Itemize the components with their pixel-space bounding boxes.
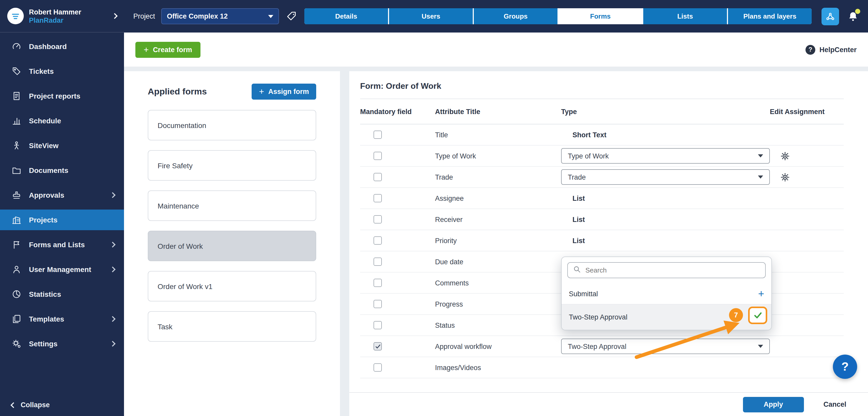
sidebar-item-forms-and-lists[interactable]: Forms and Lists (0, 234, 124, 255)
mandatory-checkbox[interactable] (374, 215, 382, 223)
table-row: Priority List (360, 230, 844, 251)
step-number-badge: 7 (729, 308, 743, 322)
mandatory-checkbox[interactable] (374, 321, 382, 329)
sidebar-item-label: Tickets (29, 67, 115, 75)
form-card-label: Fire Safety (158, 161, 192, 170)
tab-groups[interactable]: Groups (474, 8, 557, 24)
cancel-button[interactable]: Cancel (823, 401, 846, 408)
sidebar-item-documents[interactable]: Documents (0, 160, 124, 181)
project-select[interactable]: Office Complex 12 (161, 8, 279, 24)
mandatory-checkbox[interactable] (374, 363, 382, 372)
form-card-order-of-work-v1[interactable]: Order of Work v1 (148, 271, 316, 302)
search-input[interactable] (585, 266, 760, 274)
tab-plans-and-layers[interactable]: Plans and layers (728, 8, 812, 24)
mandatory-checkbox[interactable] (374, 194, 382, 202)
type-value: List (561, 237, 585, 245)
attribute-title: Assignee (435, 194, 561, 202)
popup-search-box[interactable] (567, 262, 766, 278)
notification-dot (855, 8, 860, 14)
sidebar-item-schedule[interactable]: Schedule (0, 110, 124, 131)
mandatory-checkbox[interactable] (374, 173, 382, 181)
sidebar-item-label: Projects (29, 216, 115, 224)
chevron-right-icon (110, 267, 116, 273)
collapse-button[interactable]: Collapse (11, 401, 50, 409)
applied-forms-panel: Applied forms + Assign form Documentatio… (124, 71, 340, 416)
marketplace-icon[interactable] (822, 7, 839, 25)
confirm-check-button[interactable] (748, 307, 767, 324)
sidebar-header[interactable]: Robert Hammer PlanRadar (0, 0, 124, 33)
mandatory-checkbox-checked[interactable] (374, 342, 382, 350)
chart-icon (11, 116, 23, 126)
table-row: Images/Videos (360, 357, 844, 378)
mandatory-checkbox[interactable] (374, 300, 382, 308)
tab-users[interactable]: Users (389, 8, 473, 24)
sidebar-item-tickets[interactable]: Tickets (0, 61, 124, 81)
sidebar-item-approvals[interactable]: Approvals (0, 185, 124, 205)
gear-icon[interactable] (780, 172, 790, 182)
mandatory-checkbox[interactable] (374, 131, 382, 139)
chevron-right-icon[interactable] (112, 13, 118, 19)
form-card-fire-safety[interactable]: Fire Safety (148, 150, 316, 181)
create-form-label: Create form (153, 46, 192, 54)
col-mandatory-field: Mandatory field (360, 108, 435, 115)
option-submittal[interactable]: Submittal + (562, 283, 771, 304)
topbar-right (822, 7, 859, 25)
form-card-maintenance[interactable]: Maintenance (148, 190, 316, 221)
sidebar-item-user-management[interactable]: User Management (0, 259, 124, 280)
apply-button[interactable]: Apply (743, 396, 804, 412)
help-fab-button[interactable]: ? (833, 355, 857, 379)
tab-label: Lists (677, 12, 693, 20)
table-row: Type of Work Type of Work (360, 145, 844, 167)
add-icon[interactable]: + (758, 288, 764, 299)
form-card-documentation[interactable]: Documentation (148, 110, 316, 140)
attribute-title: Approval workflow (435, 342, 561, 350)
attribute-title: Title (435, 131, 561, 139)
folder-icon (11, 165, 23, 175)
stamp-icon (11, 190, 23, 200)
form-card-order-of-work[interactable]: Order of Work (148, 231, 316, 261)
sidebar-item-label: Schedule (29, 117, 115, 125)
chevron-right-icon (110, 242, 116, 248)
sidebar-item-project-reports[interactable]: Project reports (0, 86, 124, 106)
mandatory-checkbox[interactable] (374, 152, 382, 160)
sidebar-item-statistics[interactable]: Statistics (0, 284, 124, 305)
form-card-label: Task (158, 322, 173, 331)
mandatory-checkbox[interactable] (374, 279, 382, 287)
attribute-title: Due date (435, 258, 561, 266)
table-row: Receiver List (360, 209, 844, 230)
approval-workflow-dropdown[interactable]: Two-Step Approval (561, 339, 770, 354)
tab-label: Plans and layers (743, 12, 796, 20)
type-dropdown-value: Trade (568, 173, 586, 181)
help-center-label: HelpCenter (819, 46, 857, 54)
caret-down-icon (758, 154, 763, 158)
tab-label: Details (335, 12, 357, 20)
type-dropdown[interactable]: Trade (561, 169, 770, 185)
gear-icon[interactable] (780, 151, 790, 161)
form-card-task[interactable]: Task (148, 311, 316, 342)
tab-details[interactable]: Details (304, 8, 388, 24)
chevron-right-icon (110, 192, 116, 198)
tab-forms[interactable]: Forms (559, 8, 642, 24)
assign-form-button[interactable]: + Assign form (252, 83, 316, 100)
sidebar-item-templates[interactable]: Templates (0, 309, 124, 329)
form-detail-panel: Form: Order of Work Mandatory field Attr… (349, 71, 868, 416)
tab-lists[interactable]: Lists (643, 8, 727, 24)
sidebar-item-settings[interactable]: Settings (0, 334, 124, 354)
attribute-title: Trade (435, 173, 561, 181)
applied-forms-title: Applied forms (148, 86, 207, 97)
sidebar-item-label: Documents (29, 166, 115, 174)
sidebar-item-projects[interactable]: Projects (0, 210, 124, 230)
mandatory-checkbox[interactable] (374, 257, 382, 266)
tags-icon[interactable] (286, 11, 297, 22)
user-name: Robert Hammer (29, 8, 113, 16)
applied-forms-list: Documentation Fire Safety Maintenance Or… (148, 110, 316, 342)
type-dropdown[interactable]: Type of Work (561, 148, 770, 164)
create-form-button[interactable]: + Create form (135, 41, 200, 58)
mandatory-checkbox[interactable] (374, 236, 382, 245)
planradar-logo (7, 8, 24, 24)
sidebar-item-siteview[interactable]: SiteView (0, 135, 124, 156)
help-center-link[interactable]: ? HelpCenter (805, 45, 857, 55)
notifications-bell-icon[interactable] (847, 10, 859, 22)
report-icon (11, 91, 23, 101)
sidebar-item-dashboard[interactable]: Dashboard (0, 36, 124, 57)
